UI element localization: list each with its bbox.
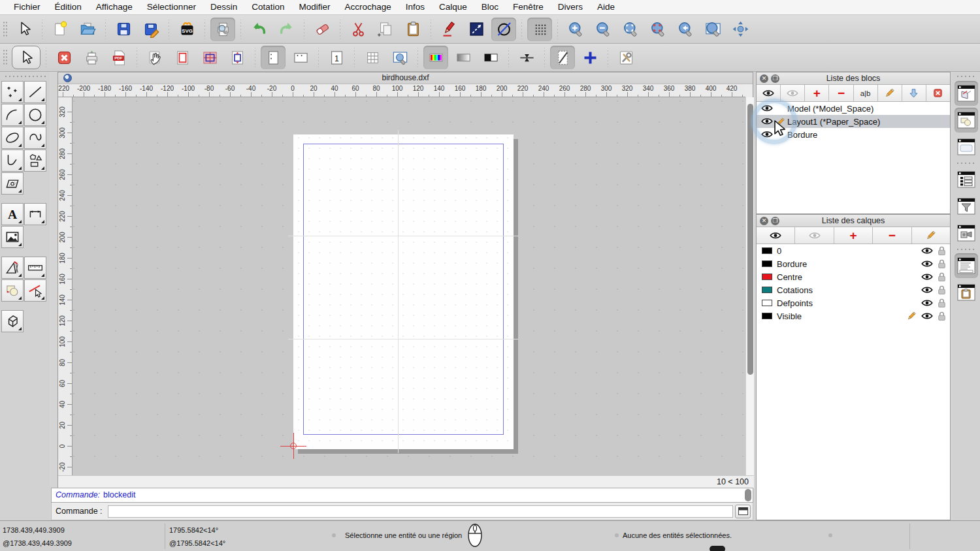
close-panel-icon[interactable]: ✕ xyxy=(760,217,768,225)
menu-accrochage[interactable]: Accrochage xyxy=(337,0,398,14)
zoom-pan-button[interactable] xyxy=(728,18,753,41)
crosshair-toggle-button[interactable] xyxy=(578,46,602,69)
menu-affichage[interactable]: Affichage xyxy=(89,0,140,14)
menu-dition[interactable]: Édition xyxy=(48,0,89,14)
new-file-button[interactable] xyxy=(48,18,73,41)
show-all-layers-button[interactable] xyxy=(757,227,795,244)
detach-panel-icon[interactable]: ❐ xyxy=(771,217,779,225)
open-file-button[interactable] xyxy=(75,18,100,41)
command-history[interactable]: Commande:blockedit xyxy=(51,488,753,503)
block-row[interactable]: Layout1 (*Paper_Space) xyxy=(757,115,950,128)
select-cursor-button[interactable] xyxy=(12,18,37,41)
zoom-page-button[interactable] xyxy=(387,46,412,69)
zoom-auto-button[interactable] xyxy=(618,18,643,41)
grid-toggle-button[interactable] xyxy=(527,18,552,41)
menu-modifier[interactable]: Modifier xyxy=(291,0,337,14)
command-keyboard-button[interactable] xyxy=(735,505,751,518)
toggle-block-visibility-button[interactable] xyxy=(926,85,950,101)
zoom-window-button[interactable] xyxy=(700,18,725,41)
layer-widget-button[interactable] xyxy=(955,167,978,192)
eye-icon[interactable] xyxy=(761,104,773,112)
layer-row[interactable]: 0 xyxy=(757,244,950,257)
paste-button[interactable] xyxy=(400,18,425,41)
menu-calque[interactable]: Calque xyxy=(432,0,474,14)
line-attributes-button[interactable] xyxy=(464,18,489,41)
menu-cotation[interactable]: Cotation xyxy=(244,0,291,14)
circle-tool-button[interactable] xyxy=(24,104,46,126)
eye-icon[interactable] xyxy=(921,312,933,320)
lock-icon[interactable] xyxy=(938,311,946,321)
save-button[interactable] xyxy=(111,18,136,41)
eye-icon[interactable] xyxy=(921,260,933,268)
edit-layer-button[interactable] xyxy=(912,227,950,244)
block-row[interactable]: Model (*Model_Space) xyxy=(757,102,950,115)
block-row[interactable]: Bordure xyxy=(757,128,950,141)
drawing-canvas[interactable] xyxy=(73,97,745,475)
svg-export-button[interactable]: SVG xyxy=(174,18,199,41)
arc-tool-button[interactable] xyxy=(1,104,24,126)
spline-tool-button[interactable] xyxy=(24,127,46,149)
deselect-tool-button[interactable] xyxy=(24,279,46,302)
eye-icon[interactable] xyxy=(921,247,933,255)
draft-mode-button[interactable] xyxy=(550,46,575,69)
canvas-vertical-scrollbar[interactable] xyxy=(745,97,754,475)
library-browser-widget-button[interactable] xyxy=(955,81,978,106)
undo-button[interactable] xyxy=(246,18,271,41)
lock-icon[interactable] xyxy=(938,298,946,308)
blocks-tool-button[interactable] xyxy=(1,279,24,302)
zoom-in-button[interactable] xyxy=(563,18,588,41)
page-tiles-button[interactable] xyxy=(197,46,222,69)
eye-icon[interactable] xyxy=(761,118,773,125)
save-as-button[interactable] xyxy=(139,18,163,41)
menu-fichier[interactable]: Fichier xyxy=(7,0,48,14)
command-widget-button[interactable] xyxy=(955,253,978,278)
lock-icon[interactable] xyxy=(938,259,946,269)
black-white-mode-button[interactable] xyxy=(478,46,503,69)
text-tool-button[interactable]: A xyxy=(1,203,24,225)
menu-fentre[interactable]: Fenêtre xyxy=(506,0,551,14)
preferences-button[interactable] xyxy=(613,46,638,69)
layer-row[interactable]: Centre xyxy=(757,270,950,283)
command-input[interactable] xyxy=(108,505,733,518)
polyline-tool-button[interactable] xyxy=(1,150,24,172)
cut-button[interactable] xyxy=(346,18,370,41)
page-border-button[interactable] xyxy=(170,46,195,69)
lock-icon[interactable] xyxy=(938,272,946,282)
image-tool-button[interactable] xyxy=(1,226,24,248)
eye-icon[interactable] xyxy=(921,299,933,307)
portrait-orientation-button[interactable] xyxy=(261,46,286,69)
add-layer-button[interactable]: + xyxy=(834,227,873,244)
center-spacing-button[interactable] xyxy=(514,46,539,69)
toolbar-second-drag-handle[interactable] xyxy=(3,49,8,66)
pen-edit-button[interactable] xyxy=(436,18,461,41)
delete-entities-button[interactable] xyxy=(310,18,335,41)
menu-aide[interactable]: Aide xyxy=(590,0,622,14)
menu-infos[interactable]: Infos xyxy=(399,0,432,14)
ellipse-tool-button[interactable] xyxy=(1,127,24,149)
line-tool-button[interactable] xyxy=(24,81,46,103)
zoom-previous-button[interactable] xyxy=(673,18,698,41)
clipboard-widget-button[interactable] xyxy=(955,280,978,305)
eye-icon[interactable] xyxy=(921,286,933,294)
polygon-tool-button[interactable] xyxy=(24,150,46,172)
eye-icon[interactable] xyxy=(761,131,773,138)
block-widget-button[interactable] xyxy=(955,108,978,133)
full-color-mode-button[interactable] xyxy=(423,46,448,69)
close-drawing-button[interactable] xyxy=(52,46,76,69)
drawing-window-titlebar[interactable]: birdhouse.dxf xyxy=(58,72,753,84)
menu-divers[interactable]: Divers xyxy=(551,0,590,14)
grid-setup-button[interactable] xyxy=(360,46,385,69)
hatch-tool-button[interactable] xyxy=(1,172,24,195)
select-tool-button[interactable] xyxy=(12,46,41,69)
remove-block-button[interactable]: − xyxy=(829,85,853,101)
lock-icon[interactable] xyxy=(938,285,946,295)
show-all-blocks-button[interactable] xyxy=(757,85,781,101)
grayscale-mode-button[interactable] xyxy=(451,46,476,69)
fit-to-page-button[interactable] xyxy=(225,46,250,69)
close-panel-icon[interactable]: ✕ xyxy=(760,74,768,83)
zoom-selection-button[interactable] xyxy=(645,18,670,41)
detach-panel-icon[interactable]: ❐ xyxy=(771,74,779,83)
modify-tool-button[interactable] xyxy=(1,257,24,279)
property-widget-button[interactable] xyxy=(955,134,978,159)
hide-all-blocks-button[interactable] xyxy=(781,85,805,101)
